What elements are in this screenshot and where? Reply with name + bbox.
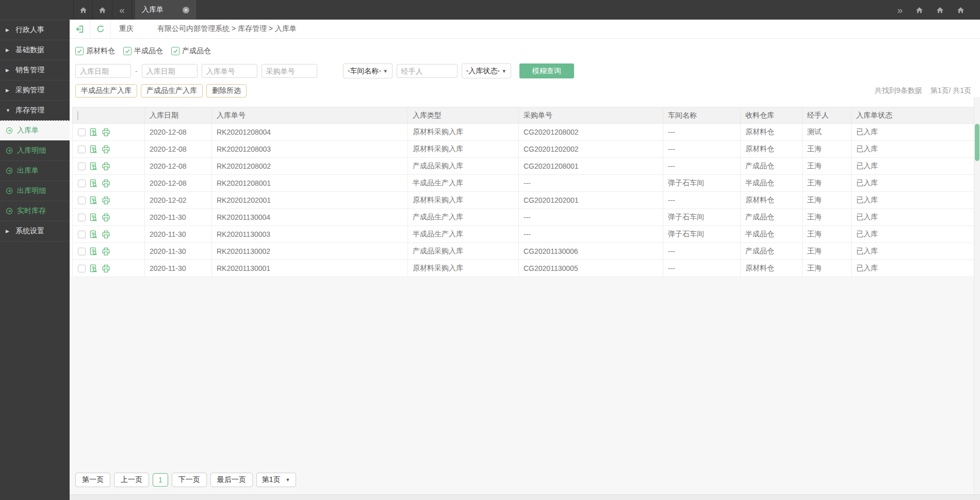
select-value: 第1页 — [262, 475, 281, 485]
cell-workshop: 弹子石车间 — [663, 209, 741, 226]
vertical-scrollbar-track[interactable] — [974, 97, 980, 494]
topbar-spacer — [0, 0, 73, 20]
view-detail-icon[interactable] — [89, 213, 98, 222]
tab-inbound-orders[interactable]: 入库单 — [135, 0, 197, 20]
back-button[interactable] — [70, 20, 90, 38]
home-icon[interactable] — [916, 6, 923, 14]
sidebar-item-label: 出库单 — [17, 166, 39, 175]
refresh-button[interactable] — [90, 20, 111, 38]
view-detail-icon[interactable] — [89, 145, 98, 154]
page-jump-select[interactable]: 第1页 ▼ — [256, 473, 296, 487]
horizontal-scrollbar-track[interactable] — [70, 494, 980, 500]
home-tab-button-1[interactable] — [73, 0, 93, 20]
sidebar-item-inbound-orders[interactable]: 入库单 — [0, 120, 70, 140]
inbound-date-from-input[interactable] — [75, 64, 131, 78]
cell-handler: 王海 — [803, 192, 852, 209]
sidebar-item-system-settings[interactable]: ▶ 系统设置 — [0, 221, 70, 241]
print-icon[interactable] — [102, 247, 110, 256]
sidebar-item-admin-hr[interactable]: ▶ 行政人事 — [0, 20, 70, 40]
sidebar-item-inventory[interactable]: ▼ 库存管理 — [0, 100, 70, 120]
finished-goods-warehouse-checkbox[interactable]: 产成品仓 — [171, 46, 211, 56]
checkbox-label: 原材料仓 — [86, 46, 115, 56]
row-checkbox[interactable] — [78, 248, 86, 255]
column-header: 经手人 — [803, 107, 852, 124]
row-checkbox[interactable] — [78, 214, 86, 221]
print-icon[interactable] — [102, 128, 110, 137]
next-page-button[interactable]: 下一页 — [172, 473, 207, 487]
sidebar-item-outbound-details[interactable]: 出库明细 — [0, 181, 70, 201]
row-checkbox[interactable] — [78, 146, 86, 153]
sidebar-item-label: 出库明细 — [17, 186, 46, 196]
raw-material-warehouse-checkbox[interactable]: 原材料仓 — [75, 46, 115, 56]
row-checkbox[interactable] — [78, 265, 86, 272]
cell-inbound-no: RK20201130002 — [212, 243, 408, 260]
prev-page-button[interactable]: 上一页 — [114, 473, 149, 487]
first-page-button[interactable]: 第一页 — [75, 473, 110, 487]
view-detail-icon[interactable] — [89, 196, 98, 205]
cell-status: 已入库 — [852, 243, 978, 260]
workshop-select[interactable]: -车间名称- ▼ — [343, 63, 393, 78]
row-checkbox[interactable] — [78, 197, 86, 204]
checkbox-checked-icon — [75, 47, 84, 55]
row-checkbox[interactable] — [78, 231, 86, 238]
date-range-separator: - — [135, 67, 138, 75]
home-icon[interactable] — [957, 6, 965, 14]
cell-warehouse: 产成品仓 — [741, 158, 803, 175]
last-page-button[interactable]: 最后一页 — [210, 473, 253, 487]
cell-status: 已入库 — [852, 124, 978, 141]
home-icon[interactable] — [936, 6, 944, 14]
semi-finished-warehouse-checkbox[interactable]: 半成品仓 — [123, 46, 163, 56]
sidebar-item-realtime-stock[interactable]: 实时库存 — [0, 201, 70, 221]
print-icon[interactable] — [102, 145, 110, 154]
close-tab-icon[interactable] — [182, 6, 190, 14]
cell-inbound-no: RK20201208001 — [212, 175, 408, 192]
cell-inbound-date: 2020-11-30 — [145, 260, 212, 277]
row-checkbox[interactable] — [78, 163, 86, 170]
print-icon[interactable] — [102, 162, 110, 171]
semi-finished-inbound-button[interactable]: 半成品生产入库 — [75, 84, 137, 98]
sidebar-item-label: 采购管理 — [15, 86, 44, 95]
scroll-tabs-left-button[interactable]: « — [112, 0, 132, 20]
top-tab-bar: « 入库单 » — [0, 0, 980, 20]
view-detail-icon[interactable] — [89, 230, 98, 239]
print-icon[interactable] — [102, 230, 110, 239]
view-detail-icon[interactable] — [89, 162, 98, 171]
sidebar-item-label: 基础数据 — [15, 45, 44, 55]
print-icon[interactable] — [102, 196, 110, 205]
scroll-tabs-right-button[interactable]: » — [897, 5, 903, 15]
home-tab-button-2[interactable] — [93, 0, 112, 20]
sidebar-item-outbound-orders[interactable]: 出库单 — [0, 160, 70, 181]
sidebar-item-label: 系统设置 — [15, 227, 44, 236]
handler-input[interactable] — [397, 64, 458, 78]
view-detail-icon[interactable] — [89, 264, 98, 273]
view-detail-icon[interactable] — [89, 128, 98, 137]
current-page-button[interactable]: 1 — [153, 473, 168, 487]
view-detail-icon[interactable] — [89, 179, 98, 188]
print-icon[interactable] — [102, 264, 110, 273]
purchase-order-no-input[interactable] — [262, 64, 317, 78]
cell-inbound-type: 半成品生产入库 — [408, 175, 519, 192]
print-icon[interactable] — [102, 179, 110, 188]
row-checkbox[interactable] — [78, 180, 86, 187]
inbound-date-to-input[interactable] — [142, 64, 198, 78]
tab-label: 入库单 — [142, 5, 164, 14]
sidebar-item-base-data[interactable]: ▶ 基础数据 — [0, 40, 70, 60]
sidebar-item-inbound-details[interactable]: 入库明细 — [0, 140, 70, 160]
inbound-order-no-input[interactable] — [202, 64, 257, 78]
cell-purchase-no: CG20201202001 — [519, 192, 663, 209]
table-row: 2020-11-30 RK20201130003 半成品生产入库 --- 弹子石… — [73, 226, 978, 243]
sidebar-item-purchasing[interactable]: ▶ 采购管理 — [0, 80, 70, 100]
collapsed-arrow-icon: ▶ — [6, 68, 11, 73]
fuzzy-query-button[interactable]: 模糊查询 — [519, 63, 574, 78]
row-checkbox[interactable] — [78, 128, 86, 136]
inbound-status-select[interactable]: -入库状态- ▼ — [462, 63, 511, 78]
select-all-checkbox[interactable] — [77, 111, 78, 120]
cell-purchase-no: CG20201208002 — [519, 124, 663, 141]
print-icon[interactable] — [102, 213, 110, 222]
vertical-scrollbar-thumb[interactable] — [975, 124, 979, 161]
finished-goods-inbound-button[interactable]: 产成品生产入库 — [141, 84, 203, 98]
sidebar-item-sales[interactable]: ▶ 销售管理 — [0, 60, 70, 80]
cell-handler: 测试 — [803, 124, 852, 141]
delete-selected-button[interactable]: 删除所选 — [206, 84, 247, 98]
view-detail-icon[interactable] — [89, 247, 98, 256]
